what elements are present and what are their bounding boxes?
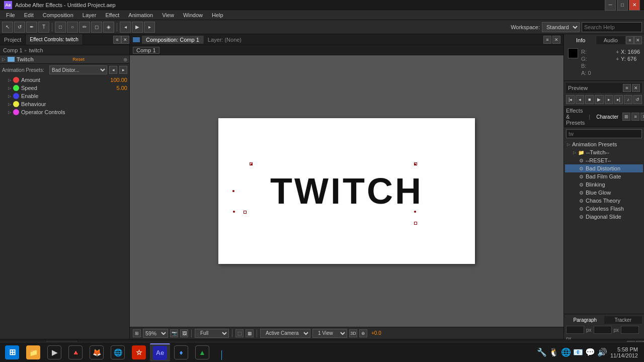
amount-value[interactable]: 100.00	[110, 77, 127, 83]
info-tab[interactable]: Info	[566, 36, 596, 44]
px-input-2[interactable]	[594, 326, 612, 334]
preview-prev-frame[interactable]: ◂	[576, 95, 584, 104]
tool-text[interactable]: T	[38, 22, 49, 33]
preview-menu-btn[interactable]: ≡	[623, 84, 631, 92]
preview-last-frame[interactable]: ▸|	[614, 95, 623, 104]
tray-icon-2[interactable]: 🐧	[549, 347, 559, 357]
menu-file[interactable]: File	[2, 11, 19, 19]
views-select[interactable]: 1 View 2 Views	[312, 329, 347, 338]
px-input-3[interactable]	[621, 326, 639, 334]
color-swatch[interactable]	[568, 48, 578, 58]
handle-br[interactable]	[414, 222, 417, 225]
tree-blue-glow[interactable]: ⚙ Blue Glow	[565, 189, 643, 197]
tray-icon-4[interactable]: 📧	[573, 347, 583, 357]
preset-prev-btn[interactable]: ◂	[109, 66, 117, 74]
preview-first-frame[interactable]: |◂	[566, 95, 575, 104]
explorer-btn[interactable]: 📁	[23, 343, 43, 361]
effects-menu-btn[interactable]: ≡	[631, 113, 639, 121]
panel-close-btn[interactable]: ✕	[121, 36, 129, 44]
prop-operator-controls[interactable]: ▷ Operator Controls	[0, 108, 129, 116]
effect-options-btn[interactable]: ⊕	[123, 57, 127, 62]
zoom-select[interactable]: 59% 100% 50%	[143, 329, 168, 338]
tray-icon-5[interactable]: 💬	[585, 347, 595, 357]
audio-tab[interactable]: Audio	[596, 36, 626, 44]
tool-eraser[interactable]: ◻	[91, 22, 102, 33]
tool-shape-rect[interactable]: □	[55, 22, 66, 33]
info-panel-close[interactable]: ✕	[634, 36, 642, 44]
playback-prev[interactable]: ◂	[120, 22, 131, 33]
menu-window[interactable]: Window	[179, 11, 207, 19]
tool-puppet[interactable]: ◈	[103, 22, 114, 33]
comp1-breadcrumb[interactable]: Comp 1	[133, 47, 159, 54]
taskbar-clock[interactable]: 5:58 PM 11/14/2012	[610, 346, 642, 358]
effect-controls-tab[interactable]: Effect Controls: twitch	[26, 34, 83, 45]
reset-btn[interactable]: Reset	[72, 57, 85, 62]
chrome-btn[interactable]: 🌐	[108, 343, 128, 361]
paragraph-tab[interactable]: Paragraph	[566, 316, 604, 324]
preset-select[interactable]: Bad Distor...	[49, 65, 107, 74]
help-search-input[interactable]	[582, 22, 642, 32]
menu-animation[interactable]: Animation	[124, 11, 157, 19]
tracker-tab[interactable]: Tracker	[604, 316, 642, 324]
preview-loop[interactable]: ↺	[633, 95, 642, 104]
preview-audio-toggle[interactable]: ♪	[624, 95, 632, 104]
effects-expand-btn[interactable]: ⊞	[622, 113, 630, 121]
tree-twitch-folder[interactable]: ▷ 📁 --Twitch--	[565, 148, 643, 156]
tree-reset[interactable]: ⚙ --RESET--	[565, 156, 643, 164]
snapshot-btn[interactable]: 📷	[170, 329, 178, 337]
maximize-btn[interactable]: □	[617, 0, 628, 11]
tree-chaos-theory[interactable]: ⚙ Chaos Theory	[565, 197, 643, 205]
tray-icon-3[interactable]: 🌐	[561, 347, 571, 357]
speed-value[interactable]: 5.00	[117, 85, 127, 91]
preset-next-btn[interactable]: ▸	[119, 66, 127, 74]
toggle-transparency[interactable]: ▦	[246, 329, 254, 337]
grid-btn[interactable]: ⊞	[133, 329, 141, 337]
workspace-select[interactable]: Standard	[542, 22, 580, 32]
start-btn[interactable]: ⊞	[2, 343, 22, 361]
preview-close-btn[interactable]: ✕	[632, 84, 640, 92]
tool-pen[interactable]: ✒	[26, 22, 37, 33]
playback-play[interactable]: ▶	[132, 22, 143, 33]
tray-icon-6[interactable]: 🔊	[597, 347, 607, 357]
tool-brush[interactable]: ✏	[79, 22, 90, 33]
minimize-btn[interactable]: ─	[605, 0, 616, 11]
tree-blinking[interactable]: ⚙ Blinking	[565, 180, 643, 189]
tree-colorless-flash[interactable]: ⚙ Colorless Flash	[565, 205, 643, 213]
menu-effect[interactable]: Effect	[101, 11, 123, 19]
menu-view[interactable]: View	[158, 11, 178, 19]
view-options[interactable]: ⊕	[359, 329, 367, 337]
prop-amount[interactable]: ▷ Amount 100.00	[0, 76, 129, 84]
taskbar-app7-btn[interactable]: ☆	[129, 343, 149, 361]
camera-select[interactable]: Active Camera	[260, 329, 310, 338]
menu-edit[interactable]: Edit	[20, 11, 38, 19]
comp-options-btn[interactable]: ≡	[543, 36, 551, 44]
handle-bl[interactable]	[244, 211, 247, 214]
panel-menu-btn[interactable]: ≡	[113, 36, 121, 44]
preview-play[interactable]: ▶	[595, 95, 603, 104]
3d-overlay[interactable]: 3D	[349, 329, 357, 337]
tray-icon-1[interactable]: 🔧	[537, 347, 547, 357]
character-tab[interactable]: Character	[594, 114, 620, 120]
menu-help[interactable]: Help	[208, 11, 227, 19]
tool-rotation[interactable]: ↺	[14, 22, 25, 33]
px-input-1[interactable]	[566, 326, 584, 334]
effects-close-btn[interactable]: ✕	[640, 113, 644, 121]
composition-tab[interactable]: Composition: Comp 1	[142, 36, 204, 44]
prop-speed[interactable]: ▷ Speed 5.00	[0, 84, 129, 92]
tree-diagonal-slide[interactable]: ⚙ Diagonal Slide	[565, 213, 643, 221]
taskbar-app9-btn[interactable]: ♦	[171, 343, 191, 361]
quality-select[interactable]: Full Half Quarter	[195, 329, 229, 338]
menu-composition[interactable]: Composition	[39, 11, 77, 19]
layer-tab[interactable]: Layer: (None)	[208, 37, 242, 43]
tree-bad-distortion[interactable]: ⚙ Bad Distortion	[565, 164, 643, 172]
ae-taskbar-btn[interactable]: Ae	[150, 343, 170, 361]
tool-shape-ellipse[interactable]: ○	[67, 22, 78, 33]
prop-behaviour[interactable]: ▷ Behaviour	[0, 100, 129, 108]
effects-search-input[interactable]	[566, 129, 642, 138]
playback-next[interactable]: ▸	[144, 22, 155, 33]
region-of-interest[interactable]: ⬚	[235, 329, 244, 337]
vlc-btn[interactable]: 🔺	[65, 343, 86, 361]
menu-layer[interactable]: Layer	[78, 11, 101, 19]
info-panel-menu[interactable]: ≡	[626, 36, 634, 44]
show-snapshot-btn[interactable]: 🖼	[180, 329, 188, 337]
